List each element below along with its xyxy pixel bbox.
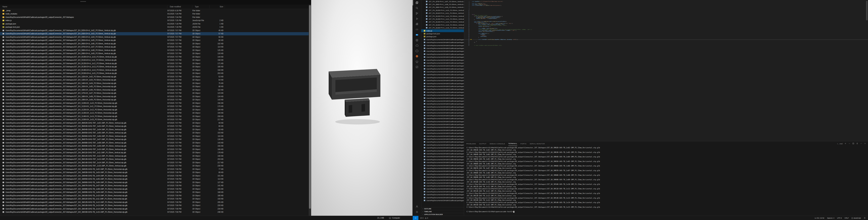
file-row[interactable]: UsersRayDocumentsGitHubKiCadkicad-packag… <box>0 135 309 138</box>
tree-item[interactable]: UsersRayDocumentsGitHubKiCadkicad-packag… <box>421 100 464 102</box>
tree-item[interactable]: UsersRayDocumentsGitHubKiCadkicad-packag… <box>421 111 464 114</box>
file-row[interactable]: UsersRayDocumentsGitHubKiCadkicad-packag… <box>0 78 309 82</box>
column-header-size[interactable]: Size <box>210 5 225 8</box>
eol-indicator[interactable]: CRLF <box>844 217 849 219</box>
tree-item[interactable]: UsersRayDocumentsGitHubKiCadkicad-packag… <box>421 123 464 126</box>
tree-item[interactable]: UsersRayDocumentsGitHubKiCadkicad-packag… <box>421 97 464 100</box>
tree-item[interactable]: UsersRayDocumentsGitHubKiCadkicad-packag… <box>421 161 464 164</box>
tree-item[interactable]: UsersRayDocumentsGitHubKiCadkicad-packag… <box>421 53 464 56</box>
scrollbar-thumb[interactable] <box>309 5 311 209</box>
file-row[interactable]: UsersRayDocumentsGitHubKiCadkicad-packag… <box>0 211 309 214</box>
file-row[interactable]: UsersRayDocumentsGitHubKiCadkicad-packag… <box>0 32 309 35</box>
file-row[interactable]: UsersRayDocumentsGitHubKiCadkicad-packag… <box>0 72 309 75</box>
file-row[interactable]: UsersRayDocumentsGitHubKiCadkicad-packag… <box>0 16 309 19</box>
tree-item[interactable]: UsersRayDocumentsGitHubKiCadkicad-packag… <box>421 82 464 85</box>
file-row[interactable]: UsersRayDocumentsGitHubKiCadkicad-packag… <box>0 88 309 91</box>
file-row[interactable]: UsersRayDocumentsGitHubKiCadkicad-packag… <box>0 144 309 148</box>
file-row[interactable]: UsersRayDocumentsGitHubKiCadkicad-packag… <box>0 85 309 88</box>
file-row[interactable]: UsersRayDocumentsGitHubKiCadkicad-packag… <box>0 164 309 168</box>
language-indicator[interactable]: {} JavaScript <box>851 217 861 219</box>
file-row[interactable]: UsersRayDocumentsGitHubKiCadkicad-packag… <box>0 111 309 115</box>
file-row[interactable]: UsersRayDocumentsGitHubKiCadkicad-packag… <box>0 82 309 85</box>
maximize-panel-button[interactable] <box>860 142 862 145</box>
tree-item[interactable]: UsersRayDocumentsGitHubKiCadkicad-packag… <box>421 185 464 187</box>
remote-explorer-icon-button[interactable] <box>413 27 421 32</box>
run-debug-icon-button[interactable] <box>413 16 421 22</box>
tree-item[interactable]: UsersRayDocumentsGitHubKiCadkicad-packag… <box>421 108 464 111</box>
tree-item[interactable]: UsersRayDocumentsGitHubKiCadkicad-packag… <box>421 196 464 199</box>
tree-item[interactable]: JST_PH_B16B-PH-K_1x16_P2.00mm_Vertical.s… <box>421 26 464 29</box>
file-row[interactable]: UsersRayDocumentsGitHubKiCadkicad-packag… <box>0 65 309 68</box>
file-row[interactable]: UsersRayDocumentsGitHubKiCadkicad-packag… <box>0 55 309 59</box>
azure-icon-button[interactable] <box>413 43 421 48</box>
extensions-icon-button[interactable] <box>413 22 421 27</box>
new-terminal-button[interactable] <box>844 142 846 145</box>
tree-item[interactable]: UsersRayDocumentsGitHubKiCadkicad-packag… <box>421 170 464 173</box>
panel-tab-debug-console[interactable]: DEBUG CONSOLE <box>490 141 505 146</box>
file-row[interactable]: UsersRayDocumentsGitHubKiCadkicad-packag… <box>0 191 309 194</box>
tree-item[interactable]: JST_PH_B11B-PH-K_1x11_P2.00mm_Vertical.s… <box>421 12 464 15</box>
file-row[interactable]: UsersRayDocumentsGitHubKiCadkicad-packag… <box>0 161 309 164</box>
file-row[interactable]: UsersRayDocumentsGitHubKiCadkicad-packag… <box>0 42 309 45</box>
serial-monitor-icon-button[interactable] <box>413 59 421 64</box>
file-row[interactable]: UsersRayDocumentsGitHubKiCadkicad-packag… <box>0 151 309 155</box>
file-row[interactable]: UsersRayDocumentsGitHubKiCadkicad-packag… <box>0 194 309 197</box>
tree-item[interactable]: package-lock.json <box>421 32 464 35</box>
lightbulb-icon[interactable] <box>471 39 471 40</box>
file-list-scrollbar[interactable] <box>309 5 311 216</box>
tree-item[interactable]: UsersRayDocumentsGitHubKiCadkicad-packag… <box>421 190 464 193</box>
tree-item[interactable]: UsersRayDocumentsGitHubKiCadkicad-packag… <box>421 164 464 167</box>
tree-item[interactable]: UsersRayDocumentsGitHubKiCadkicad-packag… <box>421 117 464 120</box>
panel-tab-terminal[interactable]: TERMINAL <box>508 141 517 146</box>
file-row[interactable]: UsersRayDocumentsGitHubKiCadkicad-packag… <box>0 187 309 191</box>
search-icon-button[interactable] <box>413 5 421 11</box>
tree-item[interactable]: UsersRayDocumentsGitHubKiCadkicad-packag… <box>421 129 464 132</box>
tree-item[interactable]: JST_PH_B9B-PH-K_1x09_P2.00mm_Vertical.st… <box>421 6 464 9</box>
tree-item[interactable]: UsersRayDocumentsGitHubKiCadkicad-packag… <box>421 61 464 64</box>
file-row[interactable]: UsersRayDocumentsGitHubKiCadkicad-packag… <box>0 171 309 174</box>
file-row[interactable]: UsersRayDocumentsGitHubKiCadkicad-packag… <box>0 207 309 211</box>
section-timeline[interactable]: ›TIMELINE <box>421 210 464 213</box>
tree-item[interactable]: JST_PH_B8B-PH-K_1x08_P2.00mm_Vertical.st… <box>421 3 464 6</box>
tree-item[interactable]: UsersRayDocumentsGitHubKiCadkicad-packag… <box>421 38 464 41</box>
file-row[interactable]: UsersRayDocumentsGitHubKiCadkicad-packag… <box>0 128 309 131</box>
terminal-output[interactable]: C:\Users\Ray\Documents\GitHub\KiCad\kica… <box>464 146 868 213</box>
file-row[interactable]: UsersRayDocumentsGitHubKiCadkicad-packag… <box>0 98 309 102</box>
tree-item[interactable]: UsersRayDocumentsGitHubKiCadkicad-packag… <box>421 91 464 93</box>
tree-item[interactable]: UsersRayDocumentsGitHubKiCadkicad-packag… <box>421 50 464 53</box>
tree-item[interactable]: JST_PH_B7B-PH-K_1x07_P2.00mm_Vertical.st… <box>421 0 464 3</box>
tree-item[interactable]: UsersRayDocumentsGitHubKiCadkicad-packag… <box>421 105 464 108</box>
tree-item[interactable]: UsersRayDocumentsGitHubKiCadkicad-packag… <box>421 64 464 67</box>
explorer-icon-button[interactable] <box>413 0 421 5</box>
tree-item[interactable]: UsersRayDocumentsGitHubKiCadkicad-packag… <box>421 56 464 58</box>
file-row[interactable]: package-lock.json9/1/2025 7:18 PMJSON Fi… <box>0 26 309 29</box>
column-header-name[interactable]: Name <box>0 5 167 8</box>
file-row[interactable]: UsersRayDocumentsGitHubKiCadkicad-packag… <box>0 108 309 111</box>
tree-item[interactable]: UsersRayDocumentsGitHubKiCadkicad-packag… <box>421 67 464 70</box>
tree-item[interactable]: UsersRayDocumentsGitHubKiCadkicad-packag… <box>421 167 464 170</box>
file-row[interactable]: index.js9/7/2025 7:25 PMJavaScript File2… <box>0 19 309 22</box>
shell-profile[interactable]: cmd <box>837 143 842 145</box>
tree-item[interactable]: UsersRayDocumentsGitHubKiCadkicad-packag… <box>421 143 464 146</box>
tree-item[interactable]: UsersRayDocumentsGitHubKiCadkicad-packag… <box>421 175 464 178</box>
file-row[interactable]: UsersRayDocumentsGitHubKiCadkicad-packag… <box>0 102 309 105</box>
tree-item[interactable]: UsersRayDocumentsGitHubKiCadkicad-packag… <box>421 76 464 79</box>
file-row[interactable]: UsersRayDocumentsGitHubKiCadkicad-packag… <box>0 148 309 151</box>
tree-item[interactable]: index.js <box>421 29 464 32</box>
tree-item[interactable]: JST_PH_B10B-PH-K_1x10_P2.00mm_Vertical.s… <box>421 9 464 11</box>
file-row[interactable]: UsersRayDocumentsGitHubKiCadkicad-packag… <box>0 174 309 177</box>
file-row[interactable]: UsersRayDocumentsGitHubKiCadkicad-packag… <box>0 141 309 144</box>
file-row[interactable]: UsersRayDocumentsGitHubKiCadkicad-packag… <box>0 68 309 72</box>
panel-tab-problems[interactable]: PROBLEMS <box>466 141 476 146</box>
file-row[interactable]: UsersRayDocumentsGitHubKiCadkicad-packag… <box>0 49 309 52</box>
section-application-builder[interactable]: ›APPLICATION BUILDER <box>421 213 464 216</box>
file-row[interactable]: UsersRayDocumentsGitHubKiCadkicad-packag… <box>0 197 309 201</box>
file-row[interactable]: _temp9/7/2025 6:18 PMFile folder <box>0 9 309 12</box>
platformio-icon-button[interactable] <box>413 54 421 59</box>
tree-item[interactable]: UsersRayDocumentsGitHubKiCadkicad-packag… <box>421 59 464 61</box>
tree-item[interactable]: package.json <box>421 35 464 38</box>
file-row[interactable]: UsersRayDocumentsGitHubKiCadkicad-packag… <box>0 45 309 49</box>
file-row[interactable]: UsersRayDocumentsGitHubKiCadkicad-packag… <box>0 105 309 108</box>
source-control-icon-button[interactable] <box>413 11 421 16</box>
tree-item[interactable]: UsersRayDocumentsGitHubKiCadkicad-packag… <box>421 146 464 149</box>
